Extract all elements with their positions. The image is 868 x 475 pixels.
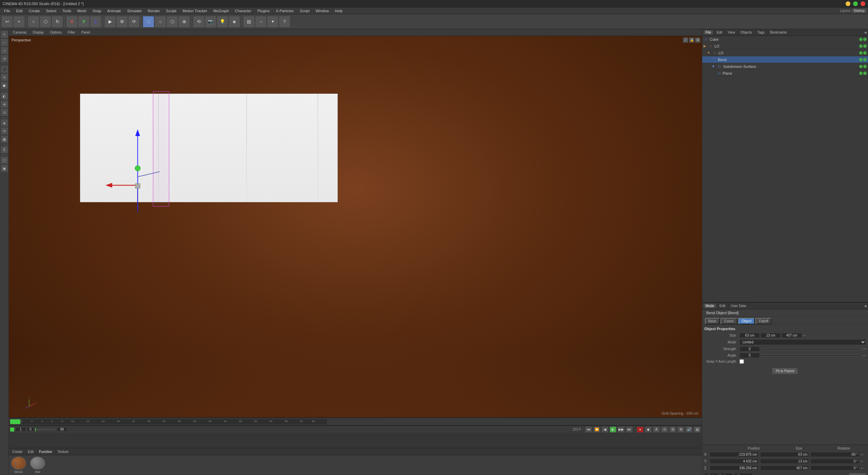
props-basic-tab[interactable]: Basic [705, 318, 720, 324]
menu-render[interactable]: Render [145, 8, 163, 14]
coord-mode-dropdown[interactable]: Object (Rel) World [704, 473, 733, 475]
props-falloff-tab[interactable]: Falloff [755, 318, 771, 324]
prop-strength-reset[interactable]: ↩ [863, 347, 866, 351]
select-button[interactable]: ⬡ [40, 16, 51, 27]
menu-snap[interactable]: Snap [90, 8, 104, 14]
sidebar-scale-tool[interactable]: ⤢ [1, 47, 8, 54]
prop-angle-value[interactable] [739, 353, 760, 358]
props-tab-userdata[interactable]: User Data [729, 304, 748, 308]
prop-strength-slider[interactable] [761, 348, 862, 350]
menu-animate[interactable]: Animate [105, 8, 124, 14]
keyframe-button[interactable]: ◆ [645, 426, 652, 433]
obj-visibility-bend[interactable] [859, 58, 863, 61]
cube-button[interactable]: □ [143, 16, 154, 27]
mat-tab-function[interactable]: Function [37, 449, 54, 454]
obj-row-cube[interactable]: □ Cube [702, 36, 868, 43]
prop-size-z[interactable] [782, 333, 802, 338]
close-button[interactable] [861, 1, 865, 6]
mat-tab-create[interactable]: Create [10, 449, 24, 454]
menu-select[interactable]: Select [43, 8, 59, 14]
obj-render-bend[interactable] [863, 58, 867, 61]
obj-row-subd[interactable]: ▼ ⬡ Subdivision Surface [702, 63, 868, 70]
menu-tools[interactable]: Tools [60, 8, 74, 14]
axis-x-button[interactable]: X [66, 16, 78, 27]
prop-keepy-checkbox[interactable] [739, 359, 744, 364]
menu-edit[interactable]: Edit [14, 8, 25, 14]
prop-size-reset[interactable]: ↩ [803, 334, 806, 337]
menu-help[interactable]: Help [332, 8, 346, 14]
props-tab-mode[interactable]: Mode [704, 304, 716, 308]
render-settings-button[interactable]: ⚙ [116, 16, 128, 27]
frame-start-input[interactable] [27, 427, 34, 432]
obj-row-lo2[interactable]: ▼ ○ LO [702, 50, 868, 56]
record-button[interactable]: ● [637, 426, 644, 433]
grid-button[interactable]: ▤ [243, 16, 255, 27]
apply-button[interactable]: Apply [849, 473, 866, 475]
deformer-button[interactable]: ⟲ [193, 16, 204, 27]
obj-render-subd[interactable] [863, 65, 867, 68]
menu-simulate[interactable]: Simulate [124, 8, 144, 14]
coord-rot-z[interactable] [810, 466, 860, 471]
fit-to-parent-button[interactable]: Fit to Parent [772, 368, 798, 374]
coord-pos-x[interactable] [710, 452, 759, 457]
cylinder-button[interactable]: ⬡ [166, 16, 178, 27]
material-button[interactable]: ◈ [229, 16, 240, 27]
menu-mesh[interactable]: Mesh [75, 8, 89, 14]
obj-render-cube[interactable] [863, 38, 867, 41]
sidebar-tool-7[interactable]: ⬢ [1, 82, 8, 89]
camera-button[interactable]: 📷 [205, 16, 216, 27]
menu-character[interactable]: Character [232, 8, 254, 14]
menu-script[interactable]: Script [297, 8, 312, 14]
help-button[interactable]: ? [279, 16, 290, 27]
props-tab-edit[interactable]: Edit [717, 304, 727, 308]
obj-row-lo1[interactable]: ▶ ○ LO [702, 43, 868, 50]
props-coord-tab[interactable]: Coord. [721, 318, 737, 324]
sidebar-tool-8[interactable]: ◐ [1, 92, 8, 100]
current-frame-input[interactable] [16, 427, 26, 432]
axis-y-button[interactable]: Y [78, 16, 90, 27]
vp-panel-menu[interactable]: Panel [79, 30, 93, 35]
coord-rot-y[interactable] [810, 459, 860, 464]
om-tab-bookmarks[interactable]: Bookmarks [768, 30, 789, 35]
sphere-button[interactable]: ○ [155, 16, 166, 27]
go-prev-button[interactable]: ⏪ [593, 426, 600, 433]
sidebar-tool-10[interactable]: ⊙ [1, 109, 8, 116]
move-button[interactable]: ↻ [52, 16, 63, 27]
obj-visibility-lo1[interactable] [859, 44, 863, 48]
menu-file[interactable]: File [1, 8, 13, 14]
menu-mograph[interactable]: MoGraph [211, 8, 232, 14]
sidebar-tool-11[interactable]: ◈ [1, 119, 8, 127]
coord-size-y[interactable] [760, 459, 809, 464]
tl-settings-5[interactable]: ▤ [694, 426, 701, 433]
window-controls[interactable] [846, 1, 865, 6]
prop-mode-select[interactable]: Limited Infinite Within Box [739, 339, 866, 345]
sidebar-select-tool[interactable]: ↖ [1, 31, 8, 38]
menu-xparticles[interactable]: X-Particles [273, 8, 296, 14]
sidebar-tool-16[interactable]: ▣ [1, 165, 8, 172]
coord-rot-x[interactable] [810, 452, 860, 457]
maximize-button[interactable] [853, 1, 858, 6]
spline-button[interactable]: ✦ [267, 16, 278, 27]
prop-strength-value[interactable] [739, 346, 760, 352]
obj-visibility-subd[interactable] [859, 65, 863, 68]
axis-z-button[interactable]: Z [90, 16, 101, 27]
obj-visibility-plane[interactable] [859, 72, 863, 75]
om-tab-edit[interactable]: Edit [714, 30, 724, 35]
coord-size-z[interactable] [760, 466, 809, 471]
sidebar-tool-14[interactable]: S [1, 146, 8, 153]
null-button[interactable]: ⊕ [178, 16, 190, 27]
prop-size-x[interactable] [739, 333, 760, 338]
minimize-button[interactable] [846, 1, 850, 6]
mat-tab-texture[interactable]: Texture [56, 449, 71, 454]
menu-create[interactable]: Create [26, 8, 43, 14]
play-button[interactable]: ▶ [610, 426, 616, 433]
viewport-settings-btn[interactable]: ⚙ [695, 37, 701, 43]
om-tab-file[interactable]: File [704, 30, 713, 35]
menu-plugins[interactable]: Plugins [255, 8, 272, 14]
layout-value[interactable]: Startup [852, 8, 867, 13]
viewport-expand-btn[interactable]: ⤢ [683, 37, 688, 43]
snap-button[interactable]: → [255, 16, 267, 27]
om-tab-tags[interactable]: Tags [755, 30, 767, 35]
vp-filter-menu[interactable]: Filter [65, 30, 78, 35]
sidebar-move-tool[interactable]: ↔ [1, 39, 8, 46]
